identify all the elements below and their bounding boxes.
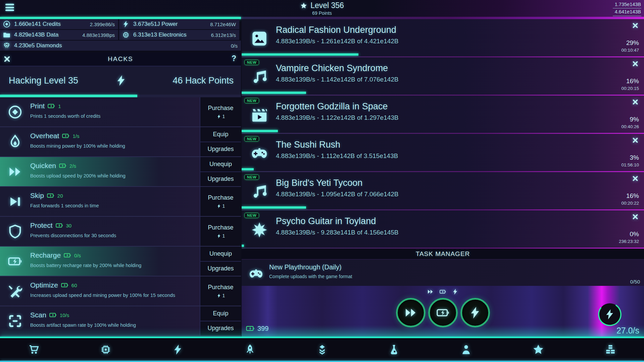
hack-cost: 30	[66, 223, 72, 228]
equip-button[interactable]: Equip	[200, 127, 241, 142]
hack-row-print: Print 1 Prints 1 seconds worth of credit…	[0, 97, 241, 127]
nav-loot-button[interactable]	[603, 342, 618, 357]
nav-lab-button[interactable]	[387, 342, 401, 357]
diamonds-icon	[3, 42, 11, 50]
shield-icon	[7, 224, 23, 239]
unequip-button[interactable]: Unequip	[200, 157, 241, 171]
purchase-button[interactable]: Purchase 1	[200, 187, 241, 216]
hack-desc: Boosts battery recharge rate by 200% whi…	[30, 263, 141, 268]
print-coin-icon	[7, 104, 23, 120]
upgrades-button[interactable]: Upgrades	[200, 261, 241, 276]
hack-cost: 10/s	[60, 312, 69, 318]
upload-progress-fill	[242, 168, 254, 170]
equip-button[interactable]: Equip	[200, 306, 241, 321]
music-visualizer: 399 27.0/s	[242, 286, 644, 337]
close-icon[interactable]	[632, 60, 639, 67]
upload-title: Vampire Chicken Syndrome	[276, 63, 388, 73]
hack-row-quicken: Quicken 2/s Boosts upload speed by 200% …	[0, 157, 241, 187]
upload-time: 01:56:10	[621, 162, 639, 167]
nav-hardware-button[interactable]	[98, 342, 113, 357]
electronics-rate: 6.312e13/s	[211, 32, 236, 38]
upload-row[interactable]: NEW The Sushi Rush 4.883e139B/s - 1.112e…	[242, 134, 644, 172]
new-badge: NEW	[244, 213, 259, 218]
gamepad-icon	[248, 266, 264, 281]
upload-row[interactable]: NEW Forgotten Godzilla in Space 4.883e13…	[242, 96, 644, 134]
upload-row[interactable]: NEW Vampire Chicken Syndrome 4.883e139B/…	[242, 57, 644, 96]
battery-cost-icon	[62, 132, 70, 140]
upload-title: Big Bird's Yeti Tycoon	[276, 178, 362, 188]
quicken-boost-button[interactable]	[396, 298, 426, 327]
battery-cost-icon	[47, 102, 55, 110]
upload-title: Psycho Guitar in Toyland	[276, 216, 376, 226]
unequip-button[interactable]: Unequip	[200, 247, 241, 261]
battery-cost-icon	[63, 251, 71, 259]
close-icon[interactable]	[632, 213, 639, 220]
hack-list: Print 1 Prints 1 seconds worth of credit…	[0, 97, 241, 336]
hack-desc: Prevents disconnections for 30 seconds	[30, 233, 116, 238]
energy-button[interactable]	[598, 302, 622, 326]
battery-charge-icon	[246, 324, 255, 333]
battery-count-value: 399	[257, 325, 268, 332]
hack-cost: 60	[71, 282, 77, 288]
fast-forward-icon	[7, 164, 23, 179]
resource-bar: 1.660e141 Credits 2.399e86/s 3.673e51J P…	[0, 19, 241, 51]
cart-icon	[28, 344, 40, 356]
level-label: Level 356	[310, 1, 344, 10]
burst-icon	[250, 221, 268, 239]
fast-forward-icon	[427, 288, 434, 295]
power-amount: 3.673e51J Power	[133, 21, 210, 28]
upload-stats: 4.883e139B/s - 1.261e142B of 4.421e142B	[276, 38, 399, 45]
skip-forward-icon	[7, 194, 23, 209]
close-icon[interactable]	[3, 55, 11, 63]
upload-row[interactable]: NEW Big Bird's Yeti Tycoon 4.883e139B/s …	[242, 172, 644, 210]
task-desc: Complete uploads with the game format	[269, 274, 352, 279]
task-row[interactable]: New Playthrough (Daily) Complete uploads…	[242, 260, 644, 286]
nav-ranks-button[interactable]	[315, 342, 330, 357]
gamepad-icon	[250, 144, 268, 162]
upload-stats: 4.883e139B/s - 1.122e142B of 1.297e143B	[276, 114, 399, 121]
new-badge: NEW	[244, 174, 259, 180]
game-screen: Level 356 69 Points 1.735e143B 4.641e143…	[0, 0, 644, 362]
bottom-nav-bar	[0, 338, 644, 361]
upload-row[interactable]: NEW Psycho Guitar in Toyland 4.883e139B/…	[242, 210, 644, 249]
purchase-button[interactable]: Purchase 1	[200, 97, 241, 126]
help-icon[interactable]: ?	[232, 54, 236, 63]
hack-desc: Fast forwards 1 seconds in time	[30, 203, 99, 208]
crates-icon	[604, 344, 616, 356]
rocket-icon	[244, 344, 256, 356]
power-boost-button[interactable]	[460, 298, 490, 327]
purchase-button[interactable]: Purchase 1	[200, 217, 241, 246]
scan-icon	[7, 313, 23, 329]
close-icon[interactable]	[632, 175, 639, 182]
new-badge: NEW	[244, 60, 259, 65]
diamonds-rate: 0/s	[231, 43, 238, 49]
upgrades-button[interactable]: Upgrades	[200, 142, 241, 157]
nav-power-button[interactable]	[170, 342, 185, 357]
nav-star-button[interactable]	[531, 342, 546, 357]
nav-shop-button[interactable]	[26, 342, 41, 357]
electronics-chip-icon	[122, 31, 130, 39]
top-bar: Level 356 69 Points 1.735e143B 4.641e143…	[0, 0, 644, 17]
recharge-boost-button[interactable]	[428, 298, 458, 327]
upload-progress-fill	[242, 206, 306, 209]
nav-staff-button[interactable]	[459, 342, 474, 357]
nav-rocket-button[interactable]	[243, 342, 257, 357]
upgrades-button[interactable]: Upgrades	[200, 321, 241, 336]
hack-desc: Increases upload speed and mining power …	[30, 293, 175, 298]
upload-row[interactable]: Radical Fashion Underground 4.883e139B/s…	[242, 19, 644, 57]
upload-progress-fill	[242, 130, 278, 132]
hack-desc: Boosts artifact spawn rate by 100% while…	[30, 322, 136, 328]
hack-cost: 0/s	[74, 253, 81, 258]
upgrades-button[interactable]: Upgrades	[200, 171, 241, 187]
upload-progress-fill	[242, 245, 244, 247]
bolt-icon	[172, 344, 184, 356]
bolt-cost-icon	[216, 293, 221, 298]
close-icon[interactable]	[632, 22, 639, 29]
close-icon[interactable]	[632, 99, 639, 105]
purchase-button[interactable]: Purchase 1	[200, 276, 241, 306]
music-icon	[250, 68, 268, 86]
battery-cost-icon	[47, 192, 55, 200]
flame-icon	[7, 134, 23, 150]
credits-amount: 1.660e141 Credits	[14, 21, 90, 28]
close-icon[interactable]	[632, 137, 639, 144]
